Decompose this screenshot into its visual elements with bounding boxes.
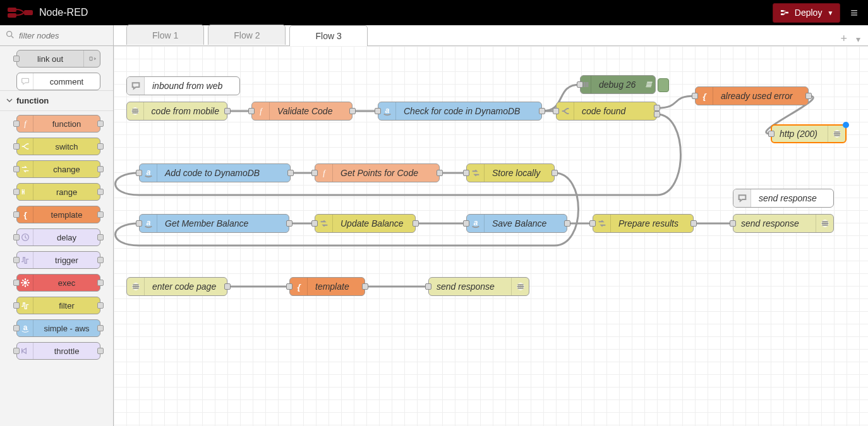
palette-node-delay[interactable]: delay [16, 228, 100, 246]
port-out[interactable] [690, 220, 697, 227]
port-out[interactable] [539, 108, 545, 114]
flow-node-sendcom[interactable]: send response [733, 189, 834, 208]
flow-node-already[interactable]: {already used error [695, 86, 809, 105]
palette-node-link-out[interactable]: link out [16, 50, 100, 68]
flow-node-enterpg[interactable]: enter code page [126, 277, 227, 296]
tab-flow2[interactable]: Flow 2 [208, 25, 286, 45]
port-in[interactable] [692, 93, 698, 99]
flow-node-http200[interactable]: http (200) [771, 124, 847, 143]
hamburger-menu-icon[interactable]: ≡ [845, 3, 863, 23]
palette-node-comment[interactable]: comment [16, 73, 100, 90]
flow-node-sendresp2[interactable]: send response [428, 277, 529, 296]
svg-text:a: a [473, 218, 478, 227]
flow-node-label: already used error [713, 91, 808, 101]
flow-node-savebal[interactable]: aSave Balance [466, 214, 567, 233]
palette-node-label: template [33, 210, 100, 220]
palette-node-label: delay [33, 233, 100, 242]
flow-node-codefnd[interactable]: code found [556, 102, 657, 121]
palette-node-switch[interactable]: switch [16, 138, 100, 155]
flow-node-label: Get Points for Code [333, 168, 439, 178]
palette-node-label: filter [33, 301, 100, 311]
add-tab-button[interactable]: + [840, 32, 847, 45]
flow-node-checkdb[interactable]: aCheck for code in DynamoDB [378, 102, 542, 121]
port-in[interactable] [589, 220, 596, 227]
palette-node-simple-aws[interactable]: asimple - aws [16, 319, 100, 337]
deploy-button[interactable]: Deploy ▼ [773, 3, 841, 23]
globe-icon [127, 102, 144, 120]
port-in [13, 56, 20, 62]
palette-list-truncated: link outcomment [0, 46, 113, 90]
port-in[interactable] [248, 108, 255, 114]
flow-node-prepare[interactable]: Prepare results [593, 214, 694, 233]
port-in[interactable] [768, 131, 775, 137]
port-out[interactable] [224, 108, 231, 114]
palette-node-function[interactable]: ffunction [16, 115, 100, 133]
debug-toggle[interactable] [658, 78, 669, 92]
flow-node-storeloc[interactable]: Store locally [466, 163, 555, 182]
tab-flow3[interactable]: Flow 3 [289, 25, 367, 46]
port-out[interactable] [287, 170, 294, 176]
palette-node-exec[interactable]: exec [16, 274, 100, 292]
port-in[interactable] [136, 220, 142, 227]
port-in[interactable] [463, 220, 469, 227]
port-in[interactable] [553, 108, 559, 114]
port-in[interactable] [136, 170, 142, 176]
debug-output-icon: ≣ [645, 80, 653, 89]
flow-node-sendresp[interactable]: send response [733, 214, 834, 233]
flow-node-inbound[interactable]: inbound from web [126, 76, 240, 95]
port-in[interactable] [311, 170, 318, 176]
port-out[interactable] [349, 108, 356, 114]
port-out[interactable] [413, 220, 419, 227]
fn-icon: f [315, 164, 333, 182]
palette-node-trigger[interactable]: trigger [16, 251, 100, 269]
filter-input[interactable] [19, 31, 114, 40]
header-left: Node-RED [8, 7, 88, 18]
port-in[interactable] [286, 283, 292, 290]
flow-node-validate[interactable]: fValidate Code [251, 102, 353, 121]
port-out [97, 348, 104, 354]
port-in[interactable] [425, 283, 431, 290]
aws-icon: a [140, 164, 157, 182]
port-out[interactable] [224, 283, 231, 290]
flow-node-label: Prepare results [611, 218, 693, 228]
palette-node-range[interactable]: range [16, 183, 100, 201]
port-out[interactable] [437, 170, 443, 176]
port-in[interactable] [577, 81, 583, 88]
category-function[interactable]: function [0, 90, 113, 111]
svg-text:f: f [323, 169, 326, 177]
flow-node-tpl[interactable]: {template [289, 277, 365, 296]
palette-node-throttle[interactable]: throttle [16, 342, 100, 360]
port-in[interactable] [311, 220, 318, 227]
tab-label: Flow 3 [315, 31, 341, 41]
nodered-logo-icon [8, 7, 33, 18]
flow-node-getbal[interactable]: aGet Member Balance [139, 214, 289, 233]
palette-node-change[interactable]: change [16, 160, 100, 178]
port-in[interactable] [463, 170, 469, 176]
svg-point-3 [7, 31, 12, 36]
port-in[interactable] [730, 220, 736, 227]
flow-node-addcode[interactable]: aAdd code to DynamoDB [139, 163, 291, 182]
port-out[interactable] [362, 283, 368, 290]
port-out[interactable] [654, 111, 660, 117]
port-out[interactable] [286, 220, 292, 227]
palette-node-filter[interactable]: filter [16, 297, 100, 314]
flow-node-getpts[interactable]: fGet Points for Code [315, 163, 440, 182]
port-out [97, 280, 104, 286]
port-out[interactable] [805, 93, 812, 99]
port-out[interactable] [552, 170, 558, 176]
flow-node-label: Validate Code [270, 106, 352, 116]
flow-node-debug26[interactable]: debug 26≣ [580, 75, 656, 94]
flow-node-updbal[interactable]: Update Balance [315, 214, 416, 233]
flow-node-codemob[interactable]: code from mobile [126, 102, 227, 121]
port-out[interactable] [564, 220, 570, 227]
caret-down-icon: ▼ [827, 9, 833, 16]
palette-node-template[interactable]: {template [16, 206, 100, 223]
tab-flow1[interactable]: Flow 1 [126, 25, 204, 45]
port-in [13, 302, 20, 309]
wire [657, 96, 695, 108]
tab-menu-button[interactable]: ▾ [856, 34, 860, 44]
aws-icon: a [140, 215, 157, 232]
port-out [97, 189, 104, 195]
flow-canvas[interactable]: inbound from webcode from mobilefValidat… [114, 46, 868, 426]
port-in[interactable] [375, 108, 381, 114]
